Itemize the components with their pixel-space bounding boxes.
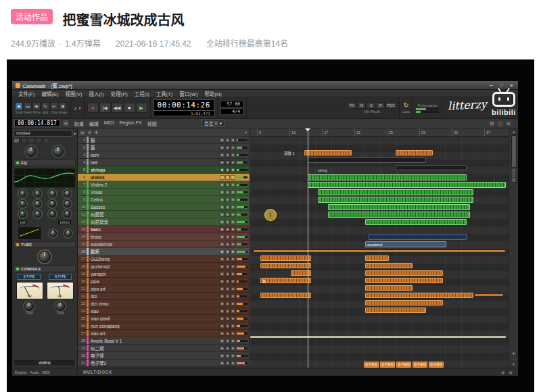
- menu-item[interactable]: 帮助(H): [201, 90, 225, 97]
- arm-button[interactable]: R: [231, 316, 235, 321]
- arm-button[interactable]: R: [231, 182, 235, 187]
- layers-icon[interactable]: ▤: [80, 130, 85, 134]
- mute-button[interactable]: M: [220, 353, 225, 358]
- mute-button[interactable]: M: [220, 257, 225, 262]
- midi-clip[interactable]: [369, 234, 467, 240]
- dock-tab-midi[interactable]: MIDI: [42, 370, 50, 374]
- track-row[interactable]: 4bellMSR: [78, 159, 250, 166]
- solo-button[interactable]: S: [225, 353, 230, 358]
- caret-down-icon[interactable]: ▾: [245, 130, 247, 134]
- comp-threshold-knob[interactable]: [49, 230, 57, 237]
- dock-tab-display[interactable]: Display: [15, 370, 27, 374]
- timeline-ruler[interactable]: 913172125293337: [250, 128, 509, 137]
- track-row[interactable]: 26nun congqiangMSR: [78, 322, 250, 330]
- midi-clip[interactable]: [260, 263, 311, 268]
- mute-button[interactable]: M: [220, 227, 225, 232]
- tube-drive-knob[interactable]: [39, 251, 51, 263]
- mute-button[interactable]: M: [220, 168, 225, 172]
- draw-tool-icon[interactable]: ✏: [50, 102, 58, 110]
- solo-button[interactable]: S: [225, 168, 230, 172]
- midi-clip[interactable]: [308, 174, 467, 180]
- input-gain-knob[interactable]: [26, 146, 37, 157]
- scrollbar-thumb[interactable]: [511, 135, 517, 168]
- mute-button[interactable]: M: [220, 175, 225, 180]
- fx-button[interactable]: FX: [348, 102, 356, 109]
- mute-button[interactable]: M: [220, 190, 225, 195]
- solo-button[interactable]: S: [225, 301, 230, 306]
- tube-power-led[interactable]: [16, 243, 19, 246]
- menu-item[interactable]: 工程(I): [131, 90, 153, 97]
- track-row[interactable]: 24xiaoMSR: [78, 308, 250, 315]
- menu-item[interactable]: 工具(T): [153, 90, 177, 97]
- eq-knob[interactable]: [34, 210, 41, 218]
- track-row[interactable]: 28Ample Bass V 1MSR: [78, 337, 250, 345]
- track-row[interactable]: 19yangqinMSR: [78, 270, 250, 278]
- arm-button[interactable]: R: [231, 301, 235, 306]
- inspector-tab[interactable]: [43, 138, 49, 143]
- track-row[interactable]: 21pipa artMSR: [78, 285, 250, 293]
- record-button[interactable]: ●: [87, 103, 99, 113]
- midi-clip[interactable]: [396, 165, 467, 170]
- solo-button[interactable]: S: [225, 153, 230, 157]
- arm-button[interactable]: R: [231, 220, 235, 224]
- solo-button[interactable]: S: [225, 309, 230, 314]
- arm-button[interactable]: R: [231, 249, 235, 254]
- arm-button[interactable]: R: [231, 175, 235, 180]
- preset-caret-icon[interactable]: ▾: [74, 131, 76, 136]
- meter-display[interactable]: 4/4: [220, 108, 243, 115]
- midi-clip[interactable]: [328, 212, 470, 218]
- eq-module-header[interactable]: EQ: [14, 160, 76, 166]
- trackview-menu-item[interactable]: 视图: [145, 120, 160, 127]
- move-tool-icon[interactable]: ✥: [32, 102, 41, 110]
- track-row[interactable]: 25xiao qianliMSR: [78, 315, 250, 322]
- mute-button[interactable]: M: [220, 205, 225, 210]
- arm-button[interactable]: R: [231, 227, 235, 232]
- mute-button[interactable]: M: [220, 287, 225, 291]
- midi-clip[interactable]: 电子琴别: [396, 362, 411, 368]
- arm-button[interactable]: R: [231, 168, 235, 172]
- rewind-button[interactable]: ◀◀: [112, 103, 123, 113]
- solo-button[interactable]: S: [225, 197, 230, 202]
- track-row[interactable]: 27xiao artMSR: [78, 330, 250, 337]
- trim-knob-left[interactable]: [24, 301, 34, 311]
- midi-clip[interactable]: [318, 189, 473, 195]
- mute-button[interactable]: M: [220, 361, 225, 366]
- arm-button[interactable]: R: [231, 294, 235, 299]
- snap-module[interactable]: ♪ ▾: [71, 97, 85, 118]
- m-button[interactable]: M: [357, 102, 366, 109]
- arm-button[interactable]: R: [231, 190, 235, 195]
- mute-button[interactable]: M: [220, 309, 225, 314]
- mute-button[interactable]: M: [220, 197, 225, 202]
- midi-clip[interactable]: [304, 150, 352, 155]
- stop-button[interactable]: ■: [124, 103, 135, 113]
- midi-clip[interactable]: [260, 293, 311, 298]
- track-row[interactable]: 8ViolasMSR: [78, 189, 250, 196]
- clip-area[interactable]: 913172125293337 woodwind筝调教 1string电子琴别电…: [250, 128, 509, 368]
- solo-button[interactable]: S: [225, 257, 230, 262]
- arm-button[interactable]: R: [231, 212, 235, 217]
- zoom-in-button[interactable]: ✚: [512, 351, 515, 356]
- output-gain-knob[interactable]: [53, 146, 64, 157]
- browser-tab-vertical[interactable]: 浏览器: [511, 169, 517, 350]
- solo-button[interactable]: S: [225, 160, 230, 165]
- midi-clip[interactable]: [260, 255, 311, 261]
- mute-button[interactable]: M: [220, 220, 225, 224]
- midi-clip[interactable]: [365, 308, 426, 313]
- arm-button[interactable]: R: [231, 138, 235, 143]
- solo-button[interactable]: S: [225, 272, 230, 276]
- midi-clip[interactable]: [250, 336, 506, 338]
- comp-gain-knob[interactable]: [64, 230, 72, 237]
- s-button[interactable]: S: [367, 102, 375, 109]
- menu-item[interactable]: 窗口(W): [176, 90, 201, 97]
- track-row[interactable]: 2笛MSR: [78, 144, 250, 151]
- track-row[interactable]: 30电子琴MSR: [78, 352, 250, 360]
- mute-button[interactable]: M: [220, 346, 225, 351]
- mute-button[interactable]: M: [220, 145, 225, 150]
- mute-button[interactable]: M: [220, 316, 225, 321]
- list-icon[interactable]: ≣: [88, 130, 91, 134]
- add-track-button[interactable]: ✚: [95, 130, 98, 134]
- tube-module-header[interactable]: TUBE: [14, 241, 76, 248]
- track-row[interactable]: 10BassesMSR: [78, 203, 250, 211]
- eq-knob[interactable]: [34, 190, 41, 197]
- arm-button[interactable]: R: [231, 346, 235, 351]
